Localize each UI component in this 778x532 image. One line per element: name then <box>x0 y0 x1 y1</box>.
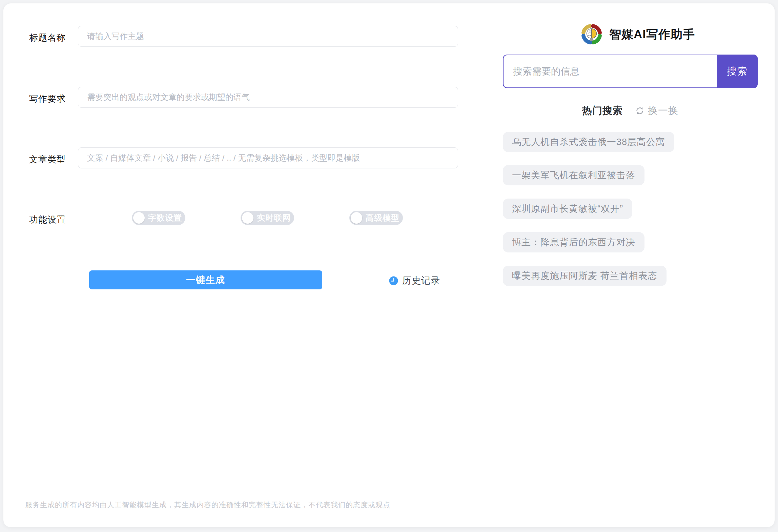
disclaimer-text: 服务生成的所有内容均由人工智能模型生成，其生成内容的准确性和完整性无法保证，不代… <box>25 500 390 510</box>
hot-search-header: 热门搜索 换一换 <box>503 104 758 118</box>
requirements-input[interactable] <box>78 87 458 108</box>
refresh-label: 换一换 <box>648 104 678 118</box>
title-input[interactable] <box>78 26 458 47</box>
toggle-word-count-label: 字数设置 <box>148 212 182 223</box>
hot-search-item[interactable]: 博主：降息背后的东西方对决 <box>503 232 644 252</box>
hot-search-item[interactable]: 乌无人机自杀式袭击俄一38层高公寓 <box>503 132 674 152</box>
hot-search-item[interactable]: 曝美再度施压阿斯麦 荷兰首相表态 <box>503 266 667 286</box>
history-label: 历史记录 <box>402 274 440 287</box>
requirements-field-label: 写作要求 <box>29 93 66 105</box>
hot-search-item[interactable]: 一架美军飞机在叙利亚被击落 <box>503 165 644 185</box>
clock-icon <box>389 276 398 285</box>
generate-button[interactable]: 一键生成 <box>89 270 322 289</box>
article-type-field-label: 文章类型 <box>29 154 66 165</box>
settings-label: 功能设置 <box>29 214 66 226</box>
history-button[interactable]: 历史记录 <box>389 274 440 287</box>
search-button[interactable]: 搜索 <box>717 55 758 88</box>
title-field-label: 标题名称 <box>29 32 66 44</box>
refresh-hot-search-button[interactable]: 换一换 <box>635 104 678 118</box>
toggle-realtime-web-label: 实时联网 <box>257 212 291 223</box>
toggle-word-count[interactable]: 字数设置 <box>132 211 185 225</box>
refresh-icon <box>635 106 644 116</box>
panel-divider <box>482 7 482 531</box>
search-bar: 搜索 <box>503 55 758 88</box>
toggle-knob <box>242 212 253 224</box>
toggle-realtime-web[interactable]: 实时联网 <box>241 211 294 225</box>
article-type-input[interactable] <box>78 147 458 168</box>
toggle-advanced-model[interactable]: 高级模型 <box>349 211 403 225</box>
hot-search-title: 热门搜索 <box>582 104 623 118</box>
hot-search-item[interactable]: 深圳原副市长黄敏被“双开” <box>503 199 632 219</box>
toggle-knob <box>351 212 362 224</box>
brand-header: 智媒AI写作助手 <box>579 22 695 46</box>
toggle-knob <box>133 212 145 224</box>
toggle-advanced-model-label: 高级模型 <box>366 212 400 223</box>
app-logo-icon <box>579 22 604 46</box>
app-title: 智媒AI写作助手 <box>609 26 695 42</box>
main-card: 标题名称 写作要求 文章类型 功能设置 字数设置 实时联网 高级模型 一键生成 … <box>3 3 775 527</box>
